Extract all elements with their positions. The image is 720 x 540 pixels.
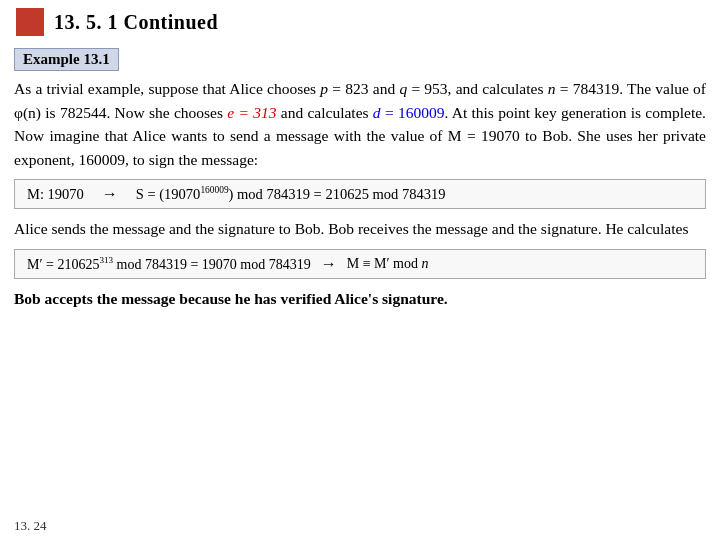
alice-sends-text: Alice sends the message and the signatur… [14,220,688,237]
formula-1: M: 19070 → S = (19070160009) mod 784319 … [14,179,706,209]
slide-content: Example 13.1 As a trivial example, suppo… [0,42,720,322]
slide-title: 13. 5. 1 Continued [54,11,218,34]
formula-2: M′ = 210625313 mod 784319 = 19070 mod 78… [14,249,706,279]
example-label: Example 13.1 [14,48,119,71]
formula2-left: M′ = 210625313 mod 784319 = 19070 mod 78… [27,255,311,273]
conclusion-text: Bob accepts the message because he has v… [14,287,706,310]
body-paragraph-1: As a trivial example, suppose that Alice… [14,77,706,171]
slide-header: 13. 5. 1 Continued [0,0,720,42]
header-accent-square [16,8,44,36]
formula1-arrow: → [102,185,118,203]
formula1-left: M: 19070 [27,186,84,203]
formula2-right: M ≡ M′ mod n [347,256,429,272]
intro-text: As a trivial example, suppose that Alice… [14,80,706,168]
slide-number: 13. 24 [14,518,47,534]
formula1-right: S = (19070160009) mod 784319 = 210625 mo… [136,185,446,203]
body-paragraph-2: Alice sends the message and the signatur… [14,217,706,241]
formula2-arrow: → [321,255,337,273]
